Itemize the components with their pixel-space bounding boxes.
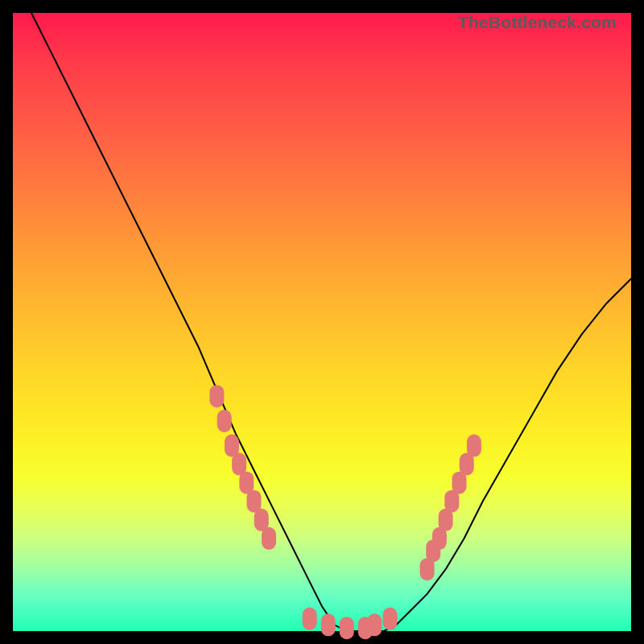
scatter-dot	[383, 608, 398, 630]
scatter-dot	[467, 435, 481, 457]
scatter-dots	[209, 385, 481, 639]
scatter-dot	[321, 613, 336, 636]
bottleneck-curve	[31, 13, 631, 631]
scatter-dot	[217, 410, 232, 432]
outer-frame: TheBottleneck.com	[0, 0, 644, 644]
chart-svg	[13, 13, 631, 631]
scatter-dot	[262, 527, 276, 550]
scatter-dot	[367, 613, 382, 636]
plot-area: TheBottleneck.com	[13, 13, 631, 631]
scatter-dot	[340, 617, 354, 639]
scatter-dot	[209, 385, 224, 407]
scatter-dot	[303, 608, 317, 630]
